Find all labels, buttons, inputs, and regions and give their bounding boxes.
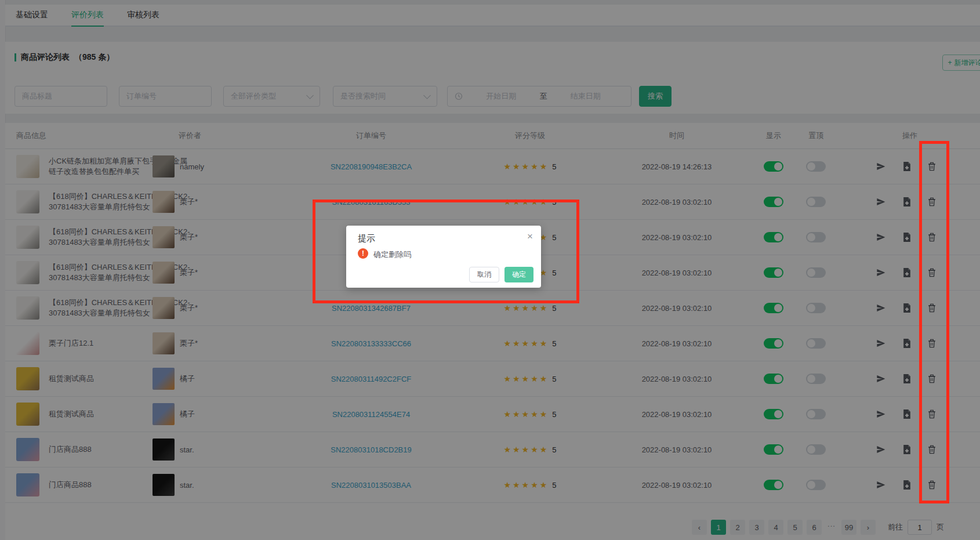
dialog-message: 确定删除吗	[373, 249, 411, 260]
delete-confirm-dialog: 提示 × ! 确定删除吗 取消 确定	[346, 226, 541, 288]
dialog-title: 提示	[358, 233, 375, 244]
confirm-button[interactable]: 确定	[504, 267, 533, 282]
dialog-buttons: 取消 确定	[469, 267, 533, 282]
close-icon[interactable]: ×	[527, 231, 533, 242]
warning-icon: !	[358, 248, 368, 259]
cancel-button[interactable]: 取消	[469, 267, 499, 282]
screen: 基础设置 评价列表 审核列表 商品评论列表 （985 条） 商品标题 订单编号 …	[0, 0, 980, 540]
